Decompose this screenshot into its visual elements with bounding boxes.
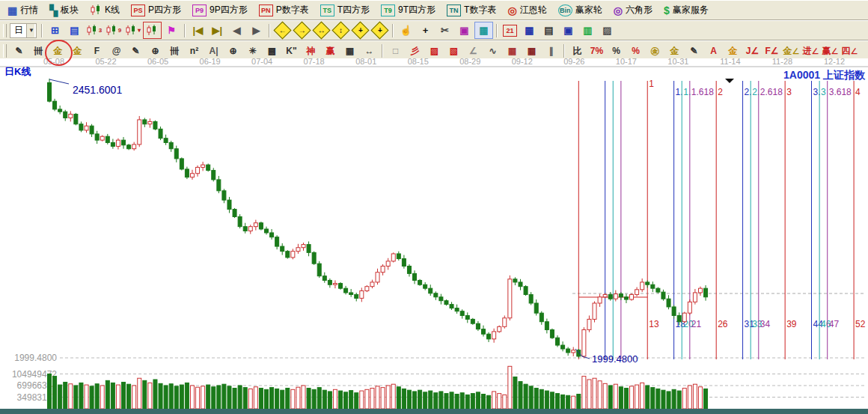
pen-tool-button[interactable]: ✎ xyxy=(10,42,28,59)
crosshair-button[interactable]: + xyxy=(416,22,435,39)
menu-item-t-square[interactable]: TST四方形 xyxy=(315,3,375,17)
gann-expand-h-button[interactable]: ↔ xyxy=(312,22,331,39)
gann-top-label: 1 xyxy=(649,79,654,89)
compass-button[interactable]: ⊕ xyxy=(224,42,242,59)
ying-angle-button[interactable]: 赢∠ xyxy=(821,42,840,59)
save-button[interactable]: ▣ xyxy=(559,22,578,39)
jin-angle-button[interactable]: 进∠ xyxy=(801,42,820,59)
star-tool-button[interactable]: ✳ xyxy=(243,42,262,59)
calculator-button[interactable]: ▦ xyxy=(520,22,539,39)
red-grid-button[interactable]: ▦ xyxy=(503,42,522,59)
gann-move-button[interactable]: + xyxy=(351,22,370,39)
gann-shift-left-button[interactable]: ← xyxy=(273,22,292,39)
next-page-button[interactable]: ▶ xyxy=(247,22,266,39)
shen-tool-button[interactable]: 神 xyxy=(302,42,320,59)
hand-tool-button[interactable]: ☝ xyxy=(397,22,415,39)
web-grid-button[interactable]: ▩ xyxy=(263,42,281,59)
gann-gold-grid2-button[interactable]: 金 xyxy=(68,42,87,59)
last-page-button[interactable]: ▶| xyxy=(208,22,227,39)
prev-page-button[interactable]: ◀ xyxy=(227,22,246,39)
si-angle-button[interactable]: 四∠ xyxy=(840,42,859,59)
menu-item-p-square[interactable]: PSP四方形 xyxy=(126,3,186,17)
pct-lines-button[interactable]: % xyxy=(626,42,645,59)
menu-item-nine-p-square[interactable]: P99P四方形 xyxy=(187,3,253,17)
menu-item-winner-service[interactable]: $赢家服务 xyxy=(658,3,714,17)
gann-wheel-icon: ◎ xyxy=(507,5,516,16)
menu-item-nine-t-square[interactable]: T99T四方形 xyxy=(376,3,441,17)
grid2-tool-button[interactable]: 卌 xyxy=(165,42,184,59)
maze-tool-button[interactable]: ▦ xyxy=(474,22,493,39)
menu-label-p-square: P四方形 xyxy=(148,4,181,16)
box-select-button[interactable]: □ xyxy=(386,42,405,59)
menu-item-market-quotes[interactable]: ▦行情 xyxy=(2,3,43,17)
angle-lines-button[interactable]: ∠ xyxy=(464,42,483,59)
grid-123-button[interactable]: ▦ xyxy=(340,42,359,59)
draw-kline-button[interactable] xyxy=(143,22,162,39)
ratio-tool-button[interactable]: 比 xyxy=(568,42,587,59)
grid-tool-button[interactable]: 卌 xyxy=(29,42,48,59)
f-angle-button[interactable]: F∠ xyxy=(762,42,781,59)
pen-tool3-button[interactable]: ✎ xyxy=(685,42,703,59)
k-mark-button[interactable]: K" xyxy=(282,42,301,59)
trend-flag-button[interactable]: ⚑ xyxy=(162,22,181,39)
kline-chart-canvas[interactable]: 05-0805-2206-0506-1907-0407-1808-0108-15… xyxy=(0,58,868,414)
quote-list-button[interactable]: ▤ xyxy=(65,22,84,39)
parallel-lines-button[interactable]: ∥ xyxy=(542,42,560,59)
chart-window-button[interactable]: ⊞ xyxy=(46,22,64,39)
kline-chart-panel[interactable]: 日K线 05-0805-2206-0506-1907-0407-1808-010… xyxy=(0,58,868,414)
pen-tool2-button[interactable]: ✎ xyxy=(126,42,145,59)
width-measure-button[interactable]: ↔ xyxy=(360,42,379,59)
menu-item-t-number-table[interactable]: TNT数字表 xyxy=(441,3,501,17)
calendar-21-button[interactable]: 21 xyxy=(501,22,519,39)
menu-label-t-square: T四方形 xyxy=(337,4,370,16)
pct-button[interactable]: % xyxy=(607,42,626,59)
gann-scale-button[interactable]: + xyxy=(370,22,389,39)
gann-shift-right-button[interactable]: → xyxy=(293,22,311,39)
menu-item-gann-wheel[interactable]: ◎江恩轮 xyxy=(502,3,551,17)
j-angle-button[interactable]: J∠ xyxy=(743,42,762,59)
gold-lines2-button[interactable]: 金 xyxy=(724,42,742,59)
kline-period-button[interactable]: ▾ xyxy=(123,22,142,39)
menu-item-winner-wheel[interactable]: Bin赢家轮 xyxy=(553,3,608,17)
period-day-selector[interactable]: 日▼ xyxy=(10,23,37,38)
print-button[interactable]: ▨ xyxy=(598,22,617,39)
notepad-button[interactable]: ▤ xyxy=(540,22,558,39)
candle-body xyxy=(95,134,99,140)
circle-grid-button[interactable]: ⊕ xyxy=(146,42,165,59)
n2-grid-button[interactable]: n² xyxy=(185,42,204,59)
volume-bar xyxy=(534,389,538,409)
zigzag-button[interactable]: ∿ xyxy=(483,42,502,59)
gold-circle-button[interactable]: ㊎ xyxy=(646,42,664,59)
menu-item-kline[interactable]: K线 xyxy=(85,3,125,17)
menu-item-sectors[interactable]: ▚板块 xyxy=(44,3,84,17)
compass-icon: ⊕ xyxy=(229,46,236,55)
gold-lines-button[interactable]: 金 xyxy=(665,42,684,59)
angle-a-button[interactable]: A| xyxy=(204,42,223,59)
fan-lines-button[interactable]: 彡 xyxy=(406,42,424,59)
fan-box-button[interactable]: ▨ xyxy=(425,42,444,59)
volume-bar xyxy=(116,385,120,409)
export-button[interactable]: ▥ xyxy=(578,22,597,39)
fan-box2-button[interactable]: ▧ xyxy=(444,42,463,59)
pct7-button[interactable]: 7% xyxy=(587,42,606,59)
kline-3-button[interactable]: 3 xyxy=(85,22,103,39)
chevron-down-icon[interactable]: ▼ xyxy=(26,24,34,37)
gold-angle-button[interactable]: 金∠ xyxy=(782,42,801,59)
menu-item-p-number-table[interactable]: PNP数字表 xyxy=(254,3,314,17)
red-grid2-button[interactable]: ▦ xyxy=(522,42,541,59)
gann-expand-v-button[interactable]: ↕ xyxy=(331,22,350,39)
menu-item-hexagon[interactable]: ◎六角形 xyxy=(608,3,658,17)
kline-9-button[interactable]: 9 xyxy=(104,22,123,39)
angle-measure-button[interactable]: ✂ xyxy=(435,22,454,39)
a-lines-button[interactable]: A xyxy=(704,42,723,59)
circle-grid-icon: ⊕ xyxy=(151,46,159,55)
gann-gold-grid-button[interactable]: 金 xyxy=(49,42,67,59)
gann-top-label: 2.618 xyxy=(760,87,783,97)
spiral-tool-button[interactable]: @ xyxy=(107,42,126,59)
ying-tool-button[interactable]: 赢 xyxy=(321,42,340,59)
gann-expand-v-button-icon: ↕ xyxy=(331,21,349,39)
first-page-button[interactable]: |◀ xyxy=(189,22,207,39)
grid-f-button[interactable]: F xyxy=(88,42,106,59)
cube-tool-button[interactable]: ▣ xyxy=(455,22,474,39)
volume-bar xyxy=(74,386,78,409)
